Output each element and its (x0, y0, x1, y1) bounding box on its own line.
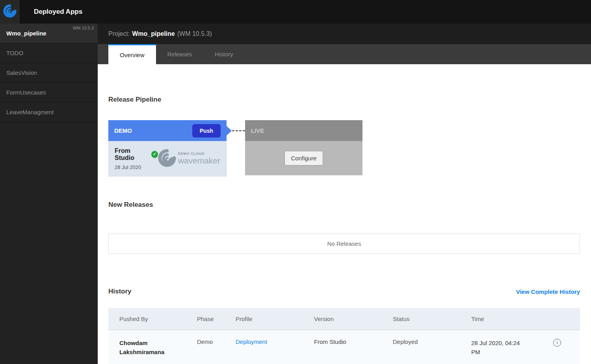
cell-phase: Demo (197, 338, 236, 345)
cell-profile-link[interactable]: Deployment (236, 338, 314, 345)
sidebar-item-todo[interactable]: TODO (0, 43, 98, 63)
deployed-apps-screen: Deployed Apps WM 10.5.3 Wmo_pipeline TOD… (0, 0, 591, 364)
demo-push-date: 28 Jul 2020 (115, 164, 158, 170)
tab-overview[interactable]: Overview (108, 44, 156, 64)
col-time: Time (471, 316, 534, 322)
project-name: Wmo_pipeline (132, 30, 175, 37)
demo-source-label: From Studio (115, 147, 148, 162)
col-status: Status (393, 316, 471, 322)
demo-stage-body: From Studio ✓ 28 Jul 2020 (108, 141, 227, 176)
push-button[interactable]: Push (192, 124, 221, 137)
sidebar-item-label: LeaveManagment (6, 109, 54, 115)
demo-stage-card: DEMO Push From Studio ✓ 28 Jul 2020 (108, 120, 227, 176)
cell-pushed-by: Chowdam Lakshmiramana (119, 338, 186, 357)
demo-cloud-logo: DEMO CLOUD wavemaker (158, 149, 220, 169)
demo-cloud-label: DEMO CLOUD (178, 152, 220, 156)
col-pushed-by: Pushed By (119, 316, 197, 322)
info-circle-icon[interactable]: i (553, 339, 561, 347)
dashed-connector-line (232, 130, 245, 131)
wavemaker-logo-button[interactable] (0, 0, 20, 24)
demo-stage-title: DEMO (114, 127, 192, 134)
project-header: Project: Wmo_pipeline (WM 10.5.3) (98, 24, 591, 44)
col-version: Version (314, 316, 393, 322)
no-releases-text: No Releases (327, 240, 361, 247)
sidebar-item-wmo-pipeline[interactable]: WM 10.5.3 Wmo_pipeline (0, 24, 98, 43)
sidebar-item-label: Wmo_pipeline (6, 30, 46, 37)
project-version-tag: WM 10.5.3 (73, 26, 94, 30)
col-profile: Profile (236, 316, 314, 322)
demo-stage-header: DEMO Push (108, 120, 227, 141)
top-bar: Deployed Apps (0, 0, 591, 24)
page-title: Deployed Apps (34, 0, 82, 24)
sidebar-item-label: TODO (6, 50, 23, 56)
projects-sidebar: WM 10.5.3 Wmo_pipeline TODO SalesVision … (0, 24, 98, 364)
release-pipeline: DEMO Push From Studio ✓ 28 Jul 2020 (108, 120, 580, 176)
sidebar-item-leavemanagment[interactable]: LeaveManagment (0, 102, 98, 122)
arrow-right-icon (226, 126, 232, 136)
tab-history[interactable]: History (203, 44, 245, 64)
new-releases-heading: New Releases (108, 201, 580, 209)
history-table-row: Chowdam Lakshmiramana Demo Deployment Fr… (108, 330, 580, 364)
live-stage-card: LIVE Configure (245, 120, 362, 175)
release-pipeline-heading: Release Pipeline (108, 96, 580, 104)
cell-version: From Studio (314, 338, 393, 345)
tab-bar: Overview Releases History (98, 44, 591, 64)
live-stage-header: LIVE (245, 120, 362, 141)
configure-button[interactable]: Configure (284, 151, 323, 165)
tab-releases[interactable]: Releases (156, 44, 204, 64)
project-version: (WM 10.5.3) (177, 30, 212, 37)
wavemaker-wave-icon (3, 4, 17, 19)
cell-status: Deployed (393, 338, 471, 345)
sidebar-item-label: SalesVision (6, 69, 37, 76)
wavemaker-wordmark: wavemaker (178, 156, 220, 165)
project-prefix-label: Project: (108, 30, 130, 37)
sidebar-item-salesvision[interactable]: SalesVision (0, 63, 98, 83)
cell-time: 28 Jul 2020, 04:24 PM (471, 338, 534, 357)
live-stage-title: LIVE (251, 127, 264, 134)
no-releases-box: No Releases (108, 234, 580, 254)
pipeline-connector (227, 120, 245, 141)
view-complete-history-link[interactable]: View Complete History (516, 288, 580, 295)
history-table-header: Pushed By Phase Profile Version Status T… (108, 308, 580, 330)
overview-content: Release Pipeline DEMO Push From Studio ✓ (98, 64, 591, 364)
col-phase: Phase (197, 316, 236, 322)
history-heading: History (108, 288, 132, 295)
live-stage-body: Configure (245, 141, 362, 175)
history-table: Pushed By Phase Profile Version Status T… (108, 308, 580, 364)
sidebar-item-formusecases[interactable]: FormUsecases (0, 83, 98, 102)
sidebar-item-label: FormUsecases (6, 89, 46, 96)
check-circle-icon: ✓ (151, 151, 158, 158)
wavemaker-wave-icon (158, 149, 176, 169)
